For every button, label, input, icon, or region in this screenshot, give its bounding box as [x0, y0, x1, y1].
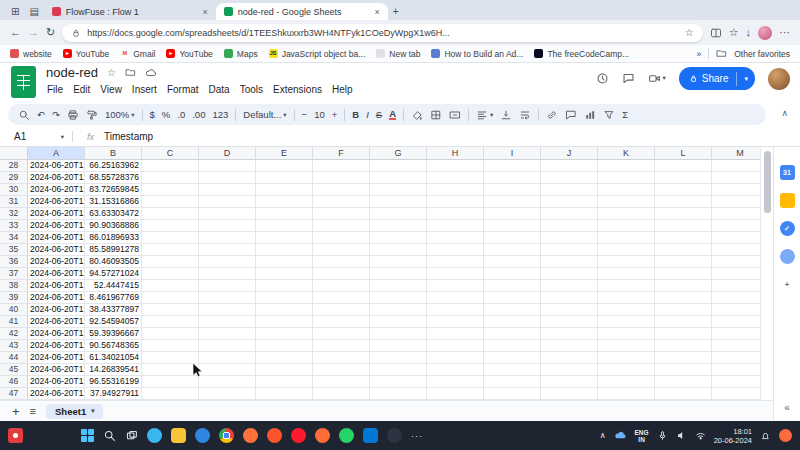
- share-button[interactable]: Share ▾: [679, 67, 755, 90]
- menu-item[interactable]: Tools: [235, 83, 268, 96]
- opera-icon[interactable]: [291, 428, 306, 443]
- bookmarks-overflow-icon[interactable]: »: [697, 49, 702, 59]
- notifications-bell-icon[interactable]: [760, 430, 771, 441]
- menu-item[interactable]: File: [42, 83, 68, 96]
- empty-cells[interactable]: [142, 388, 760, 400]
- row-header[interactable]: 44: [0, 352, 28, 364]
- sheets-logo-icon[interactable]: [11, 66, 36, 98]
- column-header[interactable]: G: [370, 147, 427, 160]
- move-folder-icon[interactable]: [125, 67, 136, 78]
- decrease-decimal-button[interactable]: .0: [177, 109, 185, 120]
- column-header[interactable]: C: [142, 147, 199, 160]
- row-header[interactable]: 29: [0, 172, 28, 184]
- taskbar-search-icon[interactable]: [103, 429, 116, 442]
- row-header[interactable]: 45: [0, 364, 28, 376]
- tray-app-icon[interactable]: [779, 429, 792, 442]
- copilot-icon[interactable]: [147, 428, 162, 443]
- empty-cells[interactable]: [142, 292, 760, 304]
- brave-icon[interactable]: [267, 428, 282, 443]
- row-header[interactable]: 30: [0, 184, 28, 196]
- browser-profile-avatar[interactable]: [758, 26, 772, 40]
- row-header[interactable]: 32: [0, 208, 28, 220]
- row-header[interactable]: 38: [0, 280, 28, 292]
- italic-button[interactable]: I: [366, 109, 369, 120]
- empty-cells[interactable]: [142, 376, 760, 388]
- cell-value[interactable]: 83.72659845: [85, 184, 142, 196]
- star-icon[interactable]: ☆: [107, 68, 116, 78]
- tray-chevron-icon[interactable]: ∧: [600, 431, 606, 440]
- cell-value[interactable]: 37.94927911: [85, 388, 142, 400]
- calendar-icon[interactable]: 31: [780, 165, 795, 180]
- row-header[interactable]: 31: [0, 196, 28, 208]
- column-header[interactable]: M: [712, 147, 760, 160]
- cell-value[interactable]: 86.01896933: [85, 232, 142, 244]
- scrollbar-thumb[interactable]: [764, 151, 771, 213]
- share-dropdown-icon[interactable]: ▾: [737, 75, 755, 83]
- row-header[interactable]: 40: [0, 304, 28, 316]
- menu-item[interactable]: Data: [204, 83, 235, 96]
- empty-cells[interactable]: [142, 352, 760, 364]
- split-screen-icon[interactable]: [710, 27, 722, 39]
- add-sheet-icon[interactable]: +: [12, 404, 20, 419]
- format-percent-button[interactable]: %: [162, 109, 170, 120]
- cell-timestamp[interactable]: 2024-06-20T12:: [28, 160, 85, 172]
- whatsapp-icon[interactable]: [339, 428, 354, 443]
- bookmark-item[interactable]: How to Build an Ad...: [431, 49, 523, 59]
- get-addons-icon[interactable]: +: [780, 277, 795, 292]
- empty-cells[interactable]: [142, 244, 760, 256]
- cell-timestamp[interactable]: 2024-06-20T12:: [28, 328, 85, 340]
- column-header[interactable]: E: [256, 147, 313, 160]
- empty-cells[interactable]: [142, 232, 760, 244]
- chrome-icon[interactable]: [219, 428, 234, 443]
- search-menus-button[interactable]: [18, 109, 30, 121]
- empty-cells[interactable]: [142, 196, 760, 208]
- cell-value[interactable]: 61.34021054: [85, 352, 142, 364]
- clock[interactable]: 18:01 20-06-2024: [714, 427, 752, 445]
- increase-font-button[interactable]: +: [332, 109, 338, 120]
- column-header[interactable]: I: [484, 147, 541, 160]
- browser-menu-icon[interactable]: ···: [779, 27, 790, 38]
- cell-value[interactable]: 66.25163962: [85, 160, 142, 172]
- menu-item[interactable]: Extensions: [268, 83, 327, 96]
- bookmark-item[interactable]: ▸ YouTube: [63, 49, 109, 59]
- onedrive-icon[interactable]: [614, 429, 627, 442]
- comment-icon[interactable]: [622, 72, 635, 85]
- tasks-icon[interactable]: ✓: [780, 221, 795, 236]
- empty-cells[interactable]: [142, 280, 760, 292]
- cell-value[interactable]: 14.26839541: [85, 364, 142, 376]
- insert-link-button[interactable]: [546, 109, 558, 121]
- cell-timestamp[interactable]: 2024-06-20T12:: [28, 172, 85, 184]
- empty-cells[interactable]: [142, 340, 760, 352]
- column-header[interactable]: J: [541, 147, 598, 160]
- taskbar-overflow-icon[interactable]: ···: [411, 431, 423, 441]
- column-header[interactable]: H: [427, 147, 484, 160]
- column-header[interactable]: L: [655, 147, 712, 160]
- forward-icon[interactable]: →: [28, 27, 39, 38]
- row-header[interactable]: 47: [0, 388, 28, 400]
- empty-cells[interactable]: [142, 184, 760, 196]
- font-size-input[interactable]: 10: [314, 109, 325, 120]
- cell-timestamp[interactable]: 2024-06-20T12:: [28, 292, 85, 304]
- back-icon[interactable]: ←: [10, 27, 21, 38]
- address-bar[interactable]: https://docs.google.com/spreadsheets/d/1…: [62, 24, 702, 42]
- edge-icon[interactable]: [195, 428, 210, 443]
- cell-timestamp[interactable]: 2024-06-20T12:: [28, 352, 85, 364]
- format-currency-button[interactable]: $: [150, 109, 155, 120]
- tab-flowfuse[interactable]: FlowFuse : Flow 1 ×: [44, 3, 216, 20]
- name-box-dropdown-icon[interactable]: ▾: [61, 133, 64, 141]
- bookmark-item[interactable]: ▸ YouTube: [166, 49, 212, 59]
- cell-value[interactable]: 94.57271024: [85, 268, 142, 280]
- refresh-icon[interactable]: ↻: [46, 27, 55, 38]
- select-all-corner[interactable]: [0, 147, 28, 160]
- text-wrap-button[interactable]: [519, 109, 531, 121]
- empty-cells[interactable]: [142, 256, 760, 268]
- cell-timestamp[interactable]: 2024-06-20T12:: [28, 280, 85, 292]
- close-tab-icon[interactable]: ×: [203, 7, 208, 17]
- empty-cells[interactable]: [142, 364, 760, 376]
- bookmark-item[interactable]: JS JavaScript object ba...: [269, 49, 366, 59]
- version-history-icon[interactable]: [596, 72, 609, 85]
- vertical-scrollbar[interactable]: [760, 147, 773, 400]
- row-header[interactable]: 46: [0, 376, 28, 388]
- functions-button[interactable]: Σ: [622, 109, 628, 120]
- empty-cells[interactable]: [142, 268, 760, 280]
